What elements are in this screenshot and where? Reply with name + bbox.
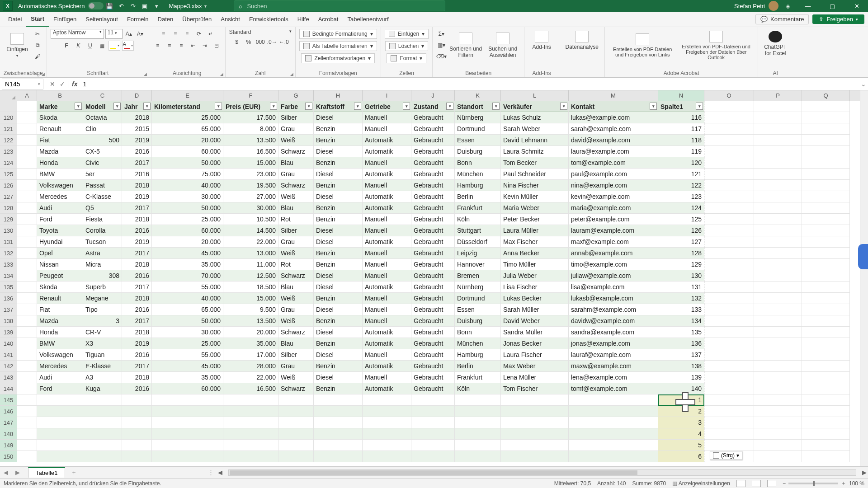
filter-button[interactable]: ▾ <box>215 103 222 110</box>
cell[interactable] <box>802 259 850 270</box>
cell[interactable] <box>17 270 37 282</box>
cell[interactable] <box>802 202 850 214</box>
bold-button[interactable]: F <box>61 41 71 51</box>
cell[interactable]: 126 <box>658 225 704 236</box>
cell[interactable] <box>122 428 152 440</box>
align-bottom-icon[interactable]: ≡ <box>182 29 192 39</box>
cell[interactable]: 50.000 <box>152 157 223 169</box>
cell[interactable]: Mercedes <box>37 191 83 202</box>
row-header[interactable]: 126 <box>0 180 17 191</box>
cell[interactable]: 25.000 <box>152 112 223 123</box>
cell[interactable]: 65.000 <box>152 123 223 135</box>
cell[interactable]: 19.500 <box>223 180 278 191</box>
cell[interactable]: Fiat <box>37 135 83 146</box>
cell[interactable]: 35.000 <box>223 338 278 349</box>
column-header[interactable]: D <box>122 90 152 101</box>
cell[interactable]: Skoda <box>37 112 83 123</box>
sheet-nav-next-icon[interactable]: ▶ <box>12 469 24 476</box>
cell[interactable]: Gebraucht <box>411 157 455 169</box>
cell[interactable] <box>704 146 754 157</box>
cell[interactable]: Schwarz <box>278 146 314 157</box>
cell[interactable] <box>754 214 802 225</box>
cell[interactable] <box>704 327 754 338</box>
conditional-formatting-button[interactable]: Bedingte Formatierung ▾ <box>299 29 377 39</box>
align-top-icon[interactable]: ≡ <box>159 29 169 39</box>
cell[interactable] <box>122 406 152 417</box>
close-button[interactable]: ✕ <box>846 0 867 12</box>
cell[interactable]: Gebraucht <box>411 259 455 270</box>
cell[interactable] <box>802 191 850 202</box>
cell[interactable]: 30.000 <box>152 191 223 202</box>
cell[interactable]: Julia Weber <box>501 270 569 282</box>
cell[interactable]: lauraf@example.com <box>569 349 658 361</box>
cell[interactable]: Gebraucht <box>411 191 455 202</box>
cell[interactable] <box>802 225 850 236</box>
undo-icon[interactable]: ↶ <box>115 0 127 12</box>
cell[interactable] <box>802 327 850 338</box>
fx-icon[interactable]: fx <box>69 80 80 88</box>
cell[interactable]: Gebraucht <box>411 169 455 180</box>
cell[interactable]: Benzin <box>314 383 363 394</box>
table-header-cell[interactable]: Zustand▾ <box>411 101 455 112</box>
cell[interactable] <box>83 428 122 440</box>
cell[interactable] <box>278 451 314 462</box>
cell[interactable]: Duisburg <box>455 146 501 157</box>
cell[interactable]: 140 <box>658 383 704 394</box>
cell[interactable]: 133 <box>658 304 704 315</box>
cell[interactable]: Köln <box>455 214 501 225</box>
cell[interactable]: Dortmund <box>455 123 501 135</box>
cell[interactable] <box>704 248 754 259</box>
cell[interactable]: Manuell <box>363 225 411 236</box>
cell[interactable] <box>122 451 152 462</box>
cell[interactable] <box>704 394 754 406</box>
cell[interactable]: 60.000 <box>152 225 223 236</box>
cell[interactable]: lukasb@example.com <box>569 293 658 304</box>
cell[interactable] <box>802 157 850 169</box>
cell[interactable]: 308 <box>83 270 122 282</box>
cell[interactable]: Skoda <box>37 282 83 293</box>
cell[interactable] <box>223 440 278 451</box>
dialog-launcher-icon[interactable]: ◢ <box>290 72 293 76</box>
cell[interactable]: Audi <box>37 372 83 383</box>
cell[interactable]: 23.000 <box>223 169 278 180</box>
cell[interactable]: Grau <box>278 123 314 135</box>
fill-icon[interactable]: ▥▾ <box>436 40 446 50</box>
table-header-cell[interactable]: Getriebe▾ <box>363 101 411 112</box>
cell[interactable]: Corolla <box>83 225 122 236</box>
cell[interactable]: 2018 <box>122 372 152 383</box>
cell[interactable]: lauram@example.com <box>569 225 658 236</box>
column-header[interactable]: Q <box>802 90 850 101</box>
cell[interactable]: Automatik <box>363 135 411 146</box>
clear-icon[interactable]: ⌫▾ <box>436 52 446 61</box>
cell[interactable]: 2018 <box>122 112 152 123</box>
cell[interactable]: Dortmund <box>455 293 501 304</box>
column-header[interactable]: G <box>278 90 314 101</box>
cell[interactable] <box>152 440 223 451</box>
cell[interactable] <box>152 451 223 462</box>
cell[interactable]: Grau <box>278 236 314 248</box>
cell[interactable]: X3 <box>83 338 122 349</box>
cell[interactable]: Benzin <box>314 293 363 304</box>
cell[interactable]: 125 <box>658 214 704 225</box>
insert-cells-button[interactable]: Einfügen ▾ <box>385 29 429 39</box>
ribbon-tab-datei[interactable]: Datei <box>4 12 26 27</box>
cell[interactable]: Blau <box>278 157 314 169</box>
avatar[interactable] <box>769 1 778 11</box>
cell[interactable]: Lisa Fischer <box>501 282 569 293</box>
cell[interactable]: 2016 <box>122 225 152 236</box>
cell[interactable]: 13.500 <box>223 315 278 327</box>
cell[interactable] <box>223 417 278 428</box>
cell[interactable] <box>455 428 501 440</box>
cell[interactable]: Benzin <box>314 214 363 225</box>
cell[interactable]: Renault <box>37 293 83 304</box>
cell[interactable] <box>152 417 223 428</box>
cell[interactable]: Schwarz <box>278 383 314 394</box>
cell[interactable]: 65.000 <box>152 304 223 315</box>
cell[interactable]: maxf@example.com <box>569 236 658 248</box>
cell[interactable]: 17.000 <box>223 349 278 361</box>
cell[interactable] <box>17 293 37 304</box>
cell[interactable]: Diesel <box>314 236 363 248</box>
cell[interactable] <box>411 394 455 406</box>
row-header[interactable]: 141 <box>0 349 17 361</box>
font-name-select[interactable]: Aptos Narrow ▾ <box>51 29 104 39</box>
